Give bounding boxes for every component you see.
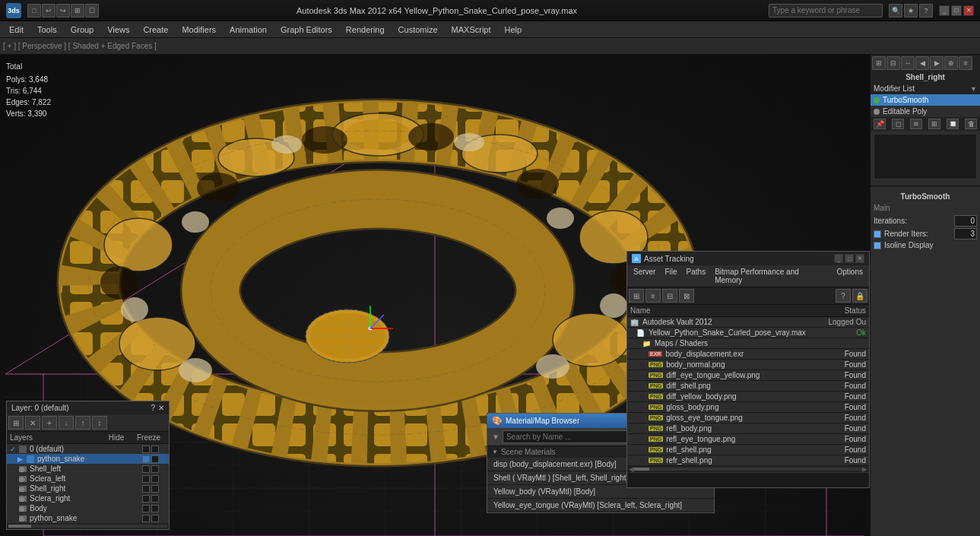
mod-btn-pin[interactable]: 📌 — [874, 119, 886, 129]
at-menu-bitmap[interactable]: Bitmap Performance and Memory — [712, 267, 830, 285]
at-row-maps-folder[interactable]: 📁 Maps / Shaders — [627, 338, 869, 349]
rp-btn-3[interactable]: ↔ — [901, 56, 915, 70]
layer-item-python-snake2[interactable]: ◎ python_snake — [7, 513, 169, 523]
toolbar-icon-2[interactable]: ↩ — [42, 4, 56, 17]
modifier-list-arrow[interactable]: ▼ — [970, 85, 977, 93]
at-row-max[interactable]: 📄 Yellow_Python_Snake_Curled_pose_vray.m… — [627, 328, 869, 338]
layer-freeze-sl[interactable] — [151, 465, 159, 473]
at-titlebar[interactable]: A Asset Tracking _ □ ✕ — [627, 252, 869, 265]
at-row-diff-shell[interactable]: PNG diff_shell.png Found — [627, 381, 869, 392]
at-row-refl-shell[interactable]: PNG refl_shell.png Found — [627, 445, 869, 455]
layers-new-btn[interactable]: ⊞ — [8, 416, 24, 430]
at-menu-paths[interactable]: Paths — [683, 267, 709, 285]
at-row-body-disp[interactable]: EXR body_displacement.exr Found — [627, 349, 869, 360]
layer-freeze-default[interactable] — [151, 446, 159, 453]
at-tb-btn-1[interactable]: ⊞ — [629, 289, 644, 303]
menu-group[interactable]: Group — [65, 24, 100, 36]
layer-hide-ps2[interactable] — [142, 515, 150, 522]
at-scroll-right-arrow[interactable]: ▶ — [862, 465, 867, 473]
toolbar-icon-1[interactable]: □ — [27, 4, 41, 17]
at-tb-btn-2[interactable]: ≡ — [645, 289, 661, 303]
at-row-diff-eye[interactable]: PNG diff_eye_tongue_yellow.png Found — [627, 370, 869, 381]
menu-maxscript[interactable]: MAXScript — [446, 24, 497, 36]
ts-iterations-input[interactable] — [954, 215, 977, 227]
mod-btn-select[interactable]: ◻ — [892, 119, 904, 129]
menu-tools[interactable]: Tools — [31, 24, 63, 36]
at-tb-btn-lock[interactable]: 🔒 — [852, 289, 867, 303]
layer-item-sclera-left[interactable]: ◎ Sclera_left — [7, 474, 169, 484]
menu-modifiers[interactable]: Modifiers — [176, 24, 222, 36]
menu-create[interactable]: Create — [137, 24, 174, 36]
layer-item-sclera-right[interactable]: ◎ Sclera_right — [7, 493, 169, 503]
at-row-gloss-eye[interactable]: PNG gloss_eye_tongue.png Found — [627, 413, 869, 423]
rp-btn-6[interactable]: ⊕ — [944, 56, 958, 70]
layer-scrollbar[interactable] — [7, 523, 169, 529]
at-row-body-normal[interactable]: PNG body_normal.png Found — [627, 360, 869, 370]
layer-item-shell-left[interactable]: ◎ Shell_left — [7, 464, 169, 474]
layers-delete-btn[interactable]: ✕ — [25, 416, 40, 430]
toolbar-icon-3[interactable]: ↪ — [56, 4, 70, 17]
mb-item-3[interactable]: Yellow_eye_tongue (VRayMtl) [Sclera_left… — [487, 499, 714, 512]
menu-help[interactable]: Help — [499, 24, 528, 36]
at-menu-server[interactable]: Server — [630, 267, 658, 285]
layer-freeze-body[interactable] — [151, 505, 159, 512]
layers-titlebar[interactable]: Layer: 0 (default) ? ✕ — [7, 401, 169, 414]
menu-animation[interactable]: Animation — [224, 24, 273, 36]
layer-freeze-ps[interactable] — [151, 455, 159, 463]
layer-hide-sl[interactable] — [142, 465, 150, 473]
search-input[interactable] — [769, 4, 883, 17]
layer-hide-default[interactable] — [142, 446, 150, 453]
at-row-vault[interactable]: 🏢 Autodesk Vault 2012 Logged Ou — [627, 317, 869, 328]
at-row-refl-body[interactable]: PNG refl_body.png Found — [627, 423, 869, 434]
at-tb-btn-4[interactable]: ⊠ — [679, 289, 694, 303]
at-min-btn[interactable]: _ — [834, 254, 843, 263]
at-row-gloss-body[interactable]: PNG gloss_body.png Found — [627, 402, 869, 413]
rp-btn-2[interactable]: ⊟ — [886, 56, 900, 70]
at-close-btn[interactable]: ✕ — [855, 254, 864, 263]
mod-btn-mesh[interactable]: ⊞ — [928, 119, 940, 129]
at-tb-btn-help[interactable]: ? — [836, 289, 851, 303]
at-row-refr-shell[interactable]: PNG refr_shell.png Found — [627, 455, 869, 466]
favorites-icon[interactable]: ★ — [904, 4, 918, 17]
at-scrollbar-horizontal[interactable]: ◀ ▶ — [627, 466, 869, 472]
layers-down-btn[interactable]: ↓ — [59, 416, 74, 430]
layer-item-body[interactable]: ◎ Body — [7, 503, 169, 513]
menu-edit[interactable]: Edit — [3, 24, 30, 36]
layer-item-default[interactable]: ✓ 0 (default) — [7, 444, 169, 454]
layer-hide-ps[interactable] — [142, 455, 150, 463]
at-scroll-thumb[interactable] — [634, 468, 649, 471]
rp-btn-1[interactable]: ⊞ — [872, 56, 886, 70]
layer-scroll-thumb[interactable] — [8, 525, 31, 528]
layer-freeze-sr[interactable] — [151, 485, 159, 493]
modifier-editable-poly[interactable]: Editable Poly — [871, 106, 980, 117]
layers-help-btn[interactable]: ? — [151, 404, 155, 412]
rp-btn-4[interactable]: ◀ — [915, 56, 929, 70]
at-menu-options[interactable]: Options — [834, 267, 866, 285]
at-scroll-left-arrow[interactable]: ◀ — [629, 465, 634, 473]
rp-btn-5[interactable]: ▶ — [930, 56, 944, 70]
ts-render-iters-input[interactable] — [954, 228, 977, 239]
close-btn[interactable]: ✕ — [963, 5, 974, 16]
layer-hide-scr[interactable] — [142, 495, 150, 503]
mod-btn-skin[interactable]: ≋ — [910, 119, 922, 129]
ts-render-iters-check[interactable] — [874, 230, 881, 238]
layer-freeze-scr[interactable] — [151, 495, 159, 503]
restore-btn[interactable]: □ — [951, 5, 962, 16]
at-row-refl-eye[interactable]: PNG refl_eye_tongue.png Found — [627, 434, 869, 445]
toolbar-icon-4[interactable]: ⊞ — [71, 4, 84, 17]
layers-close-btn[interactable]: ✕ — [158, 404, 164, 412]
layer-item-shell-right[interactable]: ◎ Shell_right — [7, 484, 169, 493]
menu-customize[interactable]: Customize — [392, 24, 444, 36]
ts-isoline-check[interactable] — [874, 242, 881, 249]
layer-hide-scl[interactable] — [142, 475, 150, 483]
search-icon[interactable]: 🔍 — [889, 4, 902, 17]
menu-views[interactable]: Views — [101, 24, 135, 36]
layers-up-btn[interactable]: ↑ — [75, 416, 90, 430]
at-menu-file[interactable]: File — [661, 267, 680, 285]
mod-btn-delete[interactable]: 🗑 — [965, 119, 977, 129]
menu-rendering[interactable]: Rendering — [340, 24, 391, 36]
minimize-btn[interactable]: _ — [939, 5, 950, 16]
layer-hide-body[interactable] — [142, 505, 150, 512]
rp-btn-7[interactable]: ≡ — [959, 56, 972, 70]
at-row-diff-yellow[interactable]: PNG diff_yellow_body.png Found — [627, 392, 869, 402]
